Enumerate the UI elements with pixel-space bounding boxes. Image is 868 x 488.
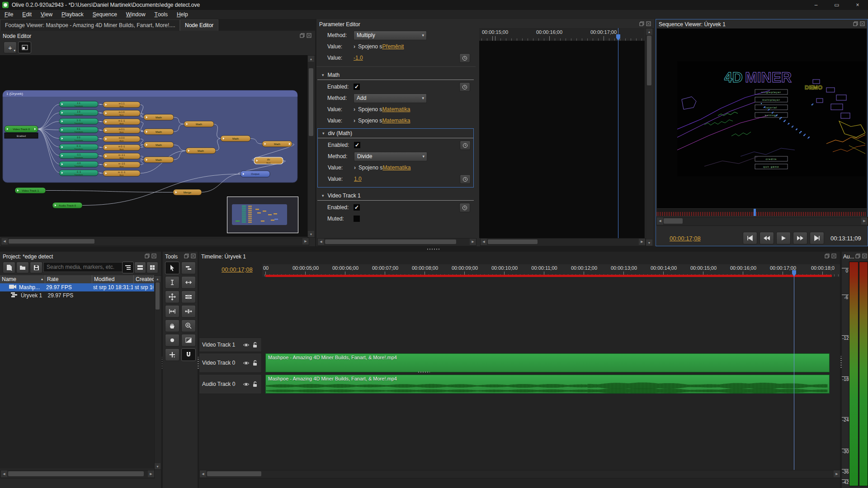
parameter-editor-hscroll-right-arrow[interactable]: ▶ <box>470 239 476 245</box>
panel-close-icon[interactable] <box>860 21 865 26</box>
project-hscroll-thumb[interactable] <box>8 471 144 476</box>
node--1-1[interactable]: -1 -1Transform <box>59 170 98 176</box>
viewer-playhead-marker[interactable] <box>754 209 756 216</box>
horizontal-splitter[interactable] <box>0 246 868 252</box>
node-editor-hscroll[interactable]: ◀▶ <box>1 238 309 246</box>
node-Math[interactable]: Math <box>221 136 250 141</box>
node-m-10[interactable]: m -1 0Math <box>103 162 140 168</box>
node-Math[interactable]: Math <box>144 129 174 135</box>
node-link[interactable]: Matematika <box>382 106 410 113</box>
menu-edit[interactable]: Edit <box>18 10 36 19</box>
viewer-hscroll-left-arrow[interactable]: ◀ <box>657 217 663 225</box>
node-Math[interactable]: Math <box>186 148 216 154</box>
node-m-1-1[interactable]: m -1 -1Math <box>103 170 140 176</box>
node-Math[interactable]: Math <box>144 157 174 163</box>
track-lock-toggle[interactable] <box>252 381 258 389</box>
panel-float-icon[interactable] <box>853 21 858 26</box>
method-dropdown[interactable]: Add▾ <box>354 94 427 103</box>
track-lock-toggle[interactable] <box>252 360 258 367</box>
checkbox[interactable] <box>354 216 360 222</box>
timeline-tracks-area[interactable]: Video Track 1Video Track 0Mashpoe - Amaz… <box>199 277 840 470</box>
node--11[interactable]: -1 1Transform <box>59 153 98 159</box>
node-Math[interactable]: Math <box>262 141 292 147</box>
section-header[interactable]: ▾Math <box>317 70 474 80</box>
play-button[interactable] <box>776 232 791 244</box>
parameter-editor-vscroll[interactable]: ▲▼ <box>646 28 654 246</box>
add-node-button[interactable]: +▾ <box>4 42 17 53</box>
tree-view-button[interactable] <box>122 262 134 273</box>
node-Math[interactable]: Math <box>184 121 214 127</box>
section-header[interactable]: ▾Video Track 1 <box>317 191 474 200</box>
project-vscroll[interactable]: ▲▼ <box>154 275 162 470</box>
track-header-video-track-1[interactable]: Video Track 1 <box>199 338 262 352</box>
parameter-editor-hscroll-thumb[interactable] <box>325 239 456 244</box>
project-item-row[interactable]: Mashp...29.97 FPSst srp 10 18:31:1...st … <box>0 283 154 291</box>
keyframe-view-hscroll-left-arrow[interactable]: ◀ <box>481 239 487 245</box>
splitter-grip[interactable] <box>840 356 842 368</box>
close-button[interactable]: × <box>847 0 868 10</box>
panel-close-icon[interactable] <box>862 253 867 258</box>
timeline-current-timecode[interactable]: 00:00:17;08 <box>222 266 253 273</box>
panel-float-icon[interactable] <box>184 253 189 258</box>
node-editor-vscroll-down-arrow[interactable]: ▼ <box>308 231 314 237</box>
timeline-clip[interactable]: Mashpoe - Amazing 4D Miner Builds, Fanar… <box>265 353 830 372</box>
project-hscroll-left-arrow[interactable]: ◀ <box>1 470 7 477</box>
node-01[interactable]: 0 1Transform <box>59 127 98 133</box>
track-visibility-toggle[interactable] <box>243 382 250 388</box>
keyframe-expand-icon[interactable]: › <box>354 106 355 113</box>
ripple-tool[interactable] <box>181 276 196 289</box>
splitter-grip[interactable] <box>418 371 430 373</box>
node-Merge[interactable]: Merge <box>173 189 202 195</box>
menu-view[interactable]: View <box>36 10 57 19</box>
checkbox[interactable]: ✓ <box>354 84 360 90</box>
node-div[interactable]: divMath <box>254 157 283 164</box>
node-Math[interactable]: Math <box>144 142 174 148</box>
node-m0-1[interactable]: m 0 -1Math <box>103 145 140 150</box>
checkbox[interactable]: ✓ <box>354 142 360 148</box>
node-link[interactable]: Matematika <box>382 117 410 124</box>
node-m01[interactable]: m 0 1Math <box>103 127 140 133</box>
track-header-video-track-0[interactable]: Video Track 0 <box>199 353 262 373</box>
parameter-editor-vscroll-down-arrow[interactable]: ▼ <box>646 239 652 246</box>
panel-close-icon[interactable] <box>307 33 311 38</box>
project-table-header[interactable]: Name▴RateModifiedCreated <box>0 275 154 283</box>
parameter-editor-vscroll-up-arrow[interactable]: ▲ <box>646 28 652 35</box>
viewer-hscroll[interactable]: ◀▶ <box>656 217 868 226</box>
node-m11[interactable]: m 1 1Math <box>103 102 140 108</box>
method-dropdown[interactable]: Multiply▾ <box>354 31 427 40</box>
keyframe-view-hscroll[interactable]: ◀▶ <box>480 238 646 246</box>
project-vscroll-thumb[interactable] <box>156 282 160 310</box>
node-m-11[interactable]: m -1 1Math <box>103 153 140 159</box>
panel-float-icon[interactable] <box>855 253 860 258</box>
node-link[interactable]: Přeměnit <box>382 43 404 50</box>
rewind-button[interactable] <box>760 232 774 244</box>
rolling-tool[interactable] <box>165 291 179 303</box>
node-editor-vscroll-thumb[interactable] <box>309 68 313 136</box>
panel-float-icon[interactable] <box>639 21 644 26</box>
column-header-name[interactable]: Name▴ <box>0 275 45 283</box>
node-editor-vscroll-up-arrow[interactable]: ▲ <box>308 56 314 62</box>
timeline-hscroll-thumb[interactable] <box>207 471 261 476</box>
menu-help[interactable]: Help <box>172 10 193 19</box>
record-tool[interactable] <box>165 334 179 347</box>
search-input[interactable] <box>43 262 124 272</box>
track-header-audio-track-0[interactable]: Audio Track 0 <box>199 374 262 394</box>
node-1-1[interactable]: 1 -1Transform <box>59 118 98 124</box>
viewer-timeline-ruler[interactable] <box>657 209 867 216</box>
slip-tool[interactable] <box>165 305 179 318</box>
column-header-rate[interactable]: Rate <box>45 275 92 283</box>
maximize-button[interactable]: ▭ <box>826 0 847 10</box>
node-m10[interactable]: m 1 0Math <box>103 110 140 116</box>
parameter-editor-vscroll-thumb[interactable] <box>647 36 651 85</box>
node-link[interactable]: Matematika <box>382 164 410 171</box>
track-visibility-toggle[interactable] <box>243 361 250 367</box>
icon-view-button[interactable] <box>146 262 158 273</box>
panel-float-icon[interactable] <box>300 33 305 38</box>
menu-window[interactable]: Window <box>122 10 150 19</box>
node-10[interactable]: 1 0Transform <box>59 110 98 116</box>
skip-to-end-button[interactable] <box>810 232 824 244</box>
node-editor-hscroll-left-arrow[interactable]: ◀ <box>1 238 8 244</box>
menu-tools[interactable]: Tools <box>150 10 172 19</box>
snapping-toggle[interactable] <box>181 348 196 361</box>
node-Output[interactable]: Output <box>241 171 270 177</box>
